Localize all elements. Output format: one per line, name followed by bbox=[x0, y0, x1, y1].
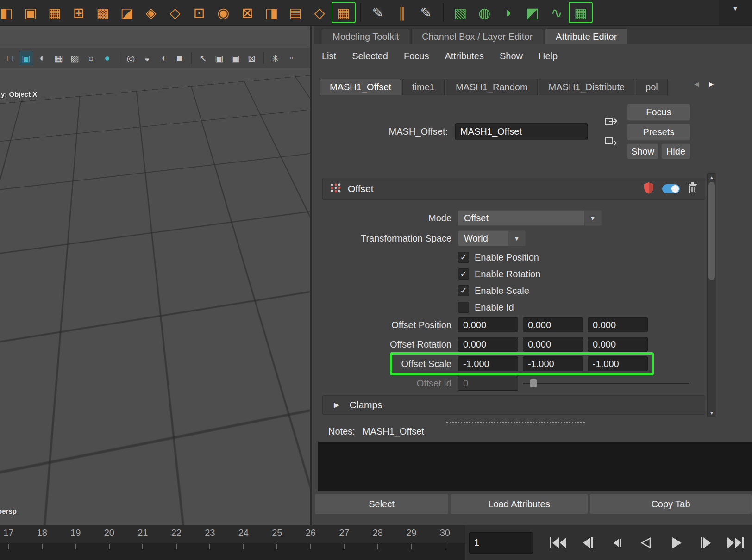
show-input-connections-button[interactable] bbox=[602, 113, 621, 129]
tab-modeling-toolkit[interactable]: Modeling Toolkit bbox=[322, 28, 409, 44]
play-backward-button[interactable] bbox=[635, 532, 659, 554]
select-button[interactable]: Select bbox=[314, 494, 449, 514]
presets-button[interactable]: Presets bbox=[627, 124, 690, 141]
bevel-wedge-icon[interactable]: ◪ bbox=[115, 2, 139, 23]
step-back-key-button[interactable] bbox=[605, 532, 629, 554]
dashed-diamond-icon[interactable]: ◇ bbox=[307, 2, 332, 23]
node-name-field[interactable]: MASH1_Offset bbox=[455, 123, 588, 140]
grid-select-icon[interactable]: ▦ bbox=[332, 2, 356, 23]
frame-copy-icon[interactable]: ▣ bbox=[212, 51, 226, 65]
frame-number-24[interactable]: 24 bbox=[227, 528, 261, 538]
offset-scale-z-field[interactable]: -1.000 bbox=[588, 356, 648, 371]
offset-position-x-field[interactable]: 0.000 bbox=[458, 317, 518, 332]
offset-position-y-field[interactable]: 0.000 bbox=[523, 317, 583, 332]
checkbox-enable-rotation[interactable]: ✓ bbox=[458, 268, 469, 280]
open-cube-icon[interactable]: ◇ bbox=[163, 2, 187, 23]
slider-handle[interactable] bbox=[530, 379, 537, 387]
menu-list[interactable]: List bbox=[322, 51, 336, 62]
go-to-end-button[interactable] bbox=[724, 532, 748, 554]
trash-icon[interactable] bbox=[688, 182, 697, 196]
smooth-mesh-icon[interactable]: ▧ bbox=[448, 2, 472, 23]
shield-icon[interactable] bbox=[644, 182, 654, 196]
plane-toggle-icon[interactable]: ■ bbox=[172, 51, 187, 65]
wire-cube-icon[interactable]: □ bbox=[3, 51, 17, 65]
grid-toggle-icon[interactable]: ▫ bbox=[284, 51, 299, 65]
scrollbar-thumb[interactable] bbox=[708, 182, 715, 280]
load-attributes-button[interactable]: Load Attributes bbox=[450, 494, 588, 514]
time-slider[interactable]: 1718192021222324252627282930 bbox=[0, 525, 465, 560]
cube-pair-icon[interactable]: ▣ bbox=[19, 2, 43, 23]
toolbar-overflow[interactable]: ▼ bbox=[719, 0, 752, 25]
select-cursor-icon[interactable]: ↖ bbox=[196, 51, 210, 65]
clamps-section-header[interactable]: ▶ Clamps bbox=[322, 395, 705, 415]
slashed-square-icon[interactable]: ⊠ bbox=[235, 2, 259, 23]
textured-sphere-icon[interactable]: ◐ bbox=[35, 51, 50, 65]
menu-help[interactable]: Help bbox=[539, 51, 558, 62]
image-plane-icon[interactable]: ⊠ bbox=[244, 51, 259, 65]
frame-number-27[interactable]: 27 bbox=[327, 528, 361, 538]
xray-joints-icon[interactable]: ◎ bbox=[124, 51, 138, 65]
tab-scroll-left-icon[interactable]: ◄ bbox=[693, 80, 700, 88]
go-to-start-button[interactable] bbox=[546, 532, 570, 554]
knife-tool-icon[interactable]: ✎ bbox=[366, 2, 390, 23]
grid-tiles-icon[interactable]: ▩ bbox=[91, 2, 115, 23]
step-forward-key-button[interactable] bbox=[694, 532, 718, 554]
step-back-frame-button[interactable] bbox=[576, 532, 600, 554]
node-tab-time1[interactable]: time1 bbox=[402, 79, 445, 95]
offset-id-field[interactable]: 0 bbox=[458, 376, 518, 391]
focus-button[interactable]: Focus bbox=[627, 104, 690, 121]
mode-dropdown[interactable]: Offset ▼ bbox=[458, 210, 602, 226]
node-tab-mash1-offset[interactable]: MASH1_Offset bbox=[320, 79, 401, 95]
checkbox-enable-position[interactable]: ✓ bbox=[458, 252, 469, 263]
tab-attribute-editor[interactable]: Attribute Editor bbox=[545, 28, 627, 44]
menu-focus[interactable]: Focus bbox=[404, 51, 429, 62]
tab-scroll-right-icon[interactable]: ► bbox=[708, 80, 715, 88]
hide-button[interactable]: Hide bbox=[661, 143, 690, 159]
frame-number-26[interactable]: 26 bbox=[294, 528, 328, 538]
cylinder-checker-icon[interactable]: ◍ bbox=[472, 2, 496, 23]
offset-rotation-z-field[interactable]: 0.000 bbox=[588, 337, 648, 352]
stacked-layers-icon[interactable]: ▤ bbox=[283, 2, 307, 23]
quad-draw-icon[interactable]: ✎ bbox=[414, 2, 438, 23]
lighting-icon[interactable]: ☼ bbox=[84, 51, 98, 65]
checker-sphere-icon[interactable]: ▨ bbox=[68, 51, 82, 65]
shadows-sphere-icon[interactable]: ● bbox=[100, 51, 114, 65]
frame-paste-icon[interactable]: ▣ bbox=[228, 51, 243, 65]
offset-scale-x-field[interactable]: -1.000 bbox=[458, 356, 518, 371]
frame-number-29[interactable]: 29 bbox=[395, 528, 428, 538]
cube-grid-icon[interactable]: ▦ bbox=[43, 2, 67, 23]
scroll-down-icon[interactable]: ▼ bbox=[708, 411, 716, 416]
offset-rotation-x-field[interactable]: 0.000 bbox=[458, 337, 518, 352]
frame-number-19[interactable]: 19 bbox=[59, 528, 93, 538]
menu-attributes[interactable]: Attributes bbox=[445, 51, 483, 62]
node-tab-mash1-distribute[interactable]: MASH1_Distribute bbox=[539, 79, 635, 95]
frame-number-20[interactable]: 20 bbox=[93, 528, 126, 538]
frame-number-22[interactable]: 22 bbox=[160, 528, 194, 538]
show-output-connections-button[interactable] bbox=[602, 133, 621, 149]
transformation-space-dropdown[interactable]: World ▼ bbox=[458, 230, 526, 246]
frame-number-23[interactable]: 23 bbox=[193, 528, 227, 538]
scroll-up-icon[interactable]: ▲ bbox=[708, 175, 716, 180]
sphere-web-icon[interactable]: ◉ bbox=[211, 2, 235, 23]
offset-scale-y-field[interactable]: -1.000 bbox=[523, 356, 583, 371]
frame-number-21[interactable]: 21 bbox=[126, 528, 160, 538]
attribute-editor-scrollbar[interactable]: ▲ ▼ bbox=[707, 173, 716, 417]
frame-number-17[interactable]: 17 bbox=[0, 528, 25, 538]
curve-checker-icon[interactable]: ∿ bbox=[545, 2, 569, 23]
notes-textarea[interactable] bbox=[318, 442, 752, 491]
show-button[interactable]: Show bbox=[627, 143, 658, 159]
expand-triangle-icon[interactable]: ▶ bbox=[334, 401, 339, 409]
node-enable-toggle[interactable] bbox=[662, 184, 680, 193]
poly-sphere-icon[interactable]: ◧ bbox=[0, 2, 19, 23]
xray-icon[interactable]: ◒ bbox=[140, 51, 154, 65]
cube-checker-icon[interactable]: ◩ bbox=[520, 2, 545, 23]
frame-number-28[interactable]: 28 bbox=[361, 528, 395, 538]
tab-channel-box-layer-editor[interactable]: Channel Box / Layer Editor bbox=[411, 28, 543, 44]
menu-selected[interactable]: Selected bbox=[352, 51, 388, 62]
checkbox-enable-id[interactable] bbox=[458, 302, 469, 313]
dashed-frame-icon[interactable]: ⊡ bbox=[187, 2, 211, 23]
frame-number-25[interactable]: 25 bbox=[260, 528, 294, 538]
isolate-arc-icon[interactable]: ◖ bbox=[156, 51, 170, 65]
offset-position-z-field[interactable]: 0.000 bbox=[588, 317, 648, 332]
shaded-cube-icon[interactable]: ▣ bbox=[19, 51, 33, 65]
